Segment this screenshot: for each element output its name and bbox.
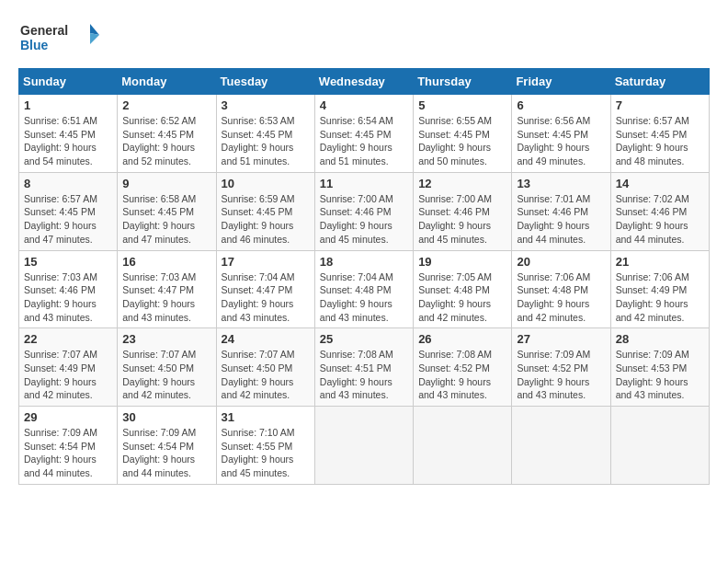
calendar-cell: 19Sunrise: 7:05 AMSunset: 4:48 PMDayligh…	[414, 250, 512, 328]
day-number: 1	[24, 98, 112, 112]
calendar-cell: 31Sunrise: 7:10 AMSunset: 4:55 PMDayligh…	[216, 407, 314, 485]
calendar-cell: 13Sunrise: 7:01 AMSunset: 4:46 PMDayligh…	[512, 172, 610, 250]
weekday-header-friday: Friday	[512, 69, 610, 95]
day-number: 15	[24, 255, 112, 269]
calendar-cell: 5Sunrise: 6:55 AMSunset: 4:45 PMDaylight…	[414, 95, 512, 173]
day-number: 31	[222, 410, 310, 424]
weekday-header-thursday: Thursday	[414, 69, 512, 95]
day-info: Sunrise: 7:09 AMSunset: 4:53 PMDaylight:…	[616, 348, 704, 402]
calendar-cell: 17Sunrise: 7:04 AMSunset: 4:47 PMDayligh…	[216, 250, 314, 328]
day-number: 14	[616, 177, 704, 190]
day-number: 8	[24, 177, 112, 190]
day-number: 21	[616, 255, 704, 269]
day-info: Sunrise: 7:08 AMSunset: 4:52 PMDaylight:…	[418, 348, 506, 402]
calendar-cell: 22Sunrise: 7:07 AMSunset: 4:49 PMDayligh…	[19, 328, 118, 407]
day-info: Sunrise: 7:07 AMSunset: 4:50 PMDaylight:…	[122, 348, 210, 402]
calendar-cell	[414, 407, 512, 485]
day-info: Sunrise: 6:56 AMSunset: 4:45 PMDaylight:…	[517, 114, 605, 168]
day-number: 16	[122, 255, 210, 269]
svg-marker-2	[90, 24, 99, 35]
day-number: 9	[122, 177, 210, 190]
calendar-week-1: 1Sunrise: 6:51 AMSunset: 4:45 PMDaylight…	[19, 95, 710, 173]
day-info: Sunrise: 7:03 AMSunset: 4:46 PMDaylight:…	[24, 270, 112, 325]
day-info: Sunrise: 7:02 AMSunset: 4:46 PMDaylight:…	[616, 192, 704, 247]
day-info: Sunrise: 6:57 AMSunset: 4:45 PMDaylight:…	[616, 114, 704, 168]
calendar-table: SundayMondayTuesdayWednesdayThursdayFrid…	[18, 68, 710, 485]
day-info: Sunrise: 6:57 AMSunset: 4:45 PMDaylight:…	[24, 192, 112, 247]
calendar-cell: 28Sunrise: 7:09 AMSunset: 4:53 PMDayligh…	[610, 328, 709, 407]
day-info: Sunrise: 6:52 AMSunset: 4:45 PMDaylight:…	[122, 114, 210, 168]
calendar-cell	[314, 407, 413, 485]
day-info: Sunrise: 6:59 AMSunset: 4:45 PMDaylight:…	[222, 192, 310, 247]
day-info: Sunrise: 7:07 AMSunset: 4:50 PMDaylight:…	[222, 348, 310, 402]
calendar-cell: 30Sunrise: 7:09 AMSunset: 4:54 PMDayligh…	[118, 407, 216, 485]
day-number: 27	[517, 332, 605, 346]
day-info: Sunrise: 6:55 AMSunset: 4:45 PMDaylight:…	[418, 114, 506, 168]
day-number: 19	[418, 255, 506, 269]
page-header: General Blue	[18, 18, 710, 59]
calendar-header-row: SundayMondayTuesdayWednesdayThursdayFrid…	[19, 69, 710, 95]
calendar-week-4: 22Sunrise: 7:07 AMSunset: 4:49 PMDayligh…	[19, 328, 710, 407]
day-info: Sunrise: 7:03 AMSunset: 4:47 PMDaylight:…	[122, 270, 210, 325]
calendar-cell: 8Sunrise: 6:57 AMSunset: 4:45 PMDaylight…	[19, 172, 118, 250]
calendar-cell: 10Sunrise: 6:59 AMSunset: 4:45 PMDayligh…	[216, 172, 314, 250]
svg-marker-3	[90, 33, 99, 44]
day-info: Sunrise: 7:09 AMSunset: 4:54 PMDaylight:…	[122, 426, 210, 480]
calendar-cell: 20Sunrise: 7:06 AMSunset: 4:48 PMDayligh…	[512, 250, 610, 328]
day-number: 10	[222, 177, 310, 190]
day-number: 3	[222, 98, 310, 112]
day-info: Sunrise: 6:54 AMSunset: 4:45 PMDaylight:…	[320, 114, 408, 168]
day-number: 24	[222, 332, 310, 346]
calendar-cell	[512, 407, 610, 485]
day-info: Sunrise: 7:09 AMSunset: 4:52 PMDaylight:…	[517, 348, 605, 402]
day-number: 30	[122, 410, 210, 424]
day-number: 22	[24, 332, 112, 346]
calendar-cell: 12Sunrise: 7:00 AMSunset: 4:46 PMDayligh…	[414, 172, 512, 250]
logo-icon: General Blue	[18, 18, 101, 59]
day-info: Sunrise: 7:00 AMSunset: 4:46 PMDaylight:…	[320, 192, 408, 247]
day-number: 4	[320, 98, 408, 112]
day-info: Sunrise: 7:09 AMSunset: 4:54 PMDaylight:…	[24, 426, 112, 480]
calendar-cell: 9Sunrise: 6:58 AMSunset: 4:45 PMDaylight…	[118, 172, 216, 250]
day-number: 28	[616, 332, 704, 346]
day-number: 5	[418, 98, 506, 112]
weekday-header-monday: Monday	[118, 69, 216, 95]
day-number: 20	[517, 255, 605, 269]
calendar-cell: 3Sunrise: 6:53 AMSunset: 4:45 PMDaylight…	[216, 95, 314, 173]
calendar-cell: 18Sunrise: 7:04 AMSunset: 4:48 PMDayligh…	[314, 250, 413, 328]
day-number: 17	[222, 255, 310, 269]
day-number: 7	[616, 98, 704, 112]
day-info: Sunrise: 6:51 AMSunset: 4:45 PMDaylight:…	[24, 114, 112, 168]
day-number: 29	[24, 410, 112, 424]
calendar-cell: 16Sunrise: 7:03 AMSunset: 4:47 PMDayligh…	[118, 250, 216, 328]
calendar-cell: 2Sunrise: 6:52 AMSunset: 4:45 PMDaylight…	[118, 95, 216, 173]
calendar-cell: 7Sunrise: 6:57 AMSunset: 4:45 PMDaylight…	[610, 95, 709, 173]
day-info: Sunrise: 6:53 AMSunset: 4:45 PMDaylight:…	[222, 114, 310, 168]
calendar-cell: 23Sunrise: 7:07 AMSunset: 4:50 PMDayligh…	[118, 328, 216, 407]
weekday-header-tuesday: Tuesday	[216, 69, 314, 95]
day-number: 12	[418, 177, 506, 190]
calendar-week-3: 15Sunrise: 7:03 AMSunset: 4:46 PMDayligh…	[19, 250, 710, 328]
calendar-cell: 21Sunrise: 7:06 AMSunset: 4:49 PMDayligh…	[610, 250, 709, 328]
day-number: 25	[320, 332, 408, 346]
logo: General Blue	[18, 18, 101, 59]
calendar-cell: 27Sunrise: 7:09 AMSunset: 4:52 PMDayligh…	[512, 328, 610, 407]
calendar-cell: 25Sunrise: 7:08 AMSunset: 4:51 PMDayligh…	[314, 328, 413, 407]
calendar-cell: 15Sunrise: 7:03 AMSunset: 4:46 PMDayligh…	[19, 250, 118, 328]
day-info: Sunrise: 7:08 AMSunset: 4:51 PMDaylight:…	[320, 348, 408, 402]
weekday-header-sunday: Sunday	[19, 69, 118, 95]
calendar-cell: 11Sunrise: 7:00 AMSunset: 4:46 PMDayligh…	[314, 172, 413, 250]
weekday-header-saturday: Saturday	[610, 69, 709, 95]
day-info: Sunrise: 7:06 AMSunset: 4:48 PMDaylight:…	[517, 270, 605, 325]
calendar-cell: 4Sunrise: 6:54 AMSunset: 4:45 PMDaylight…	[314, 95, 413, 173]
calendar-week-2: 8Sunrise: 6:57 AMSunset: 4:45 PMDaylight…	[19, 172, 710, 250]
calendar-cell: 26Sunrise: 7:08 AMSunset: 4:52 PMDayligh…	[414, 328, 512, 407]
calendar-week-5: 29Sunrise: 7:09 AMSunset: 4:54 PMDayligh…	[19, 407, 710, 485]
day-number: 26	[418, 332, 506, 346]
day-info: Sunrise: 7:00 AMSunset: 4:46 PMDaylight:…	[418, 192, 506, 247]
weekday-header-wednesday: Wednesday	[314, 69, 413, 95]
day-number: 18	[320, 255, 408, 269]
calendar-cell: 14Sunrise: 7:02 AMSunset: 4:46 PMDayligh…	[610, 172, 709, 250]
svg-text:General: General	[20, 23, 68, 38]
day-info: Sunrise: 7:05 AMSunset: 4:48 PMDaylight:…	[418, 270, 506, 325]
